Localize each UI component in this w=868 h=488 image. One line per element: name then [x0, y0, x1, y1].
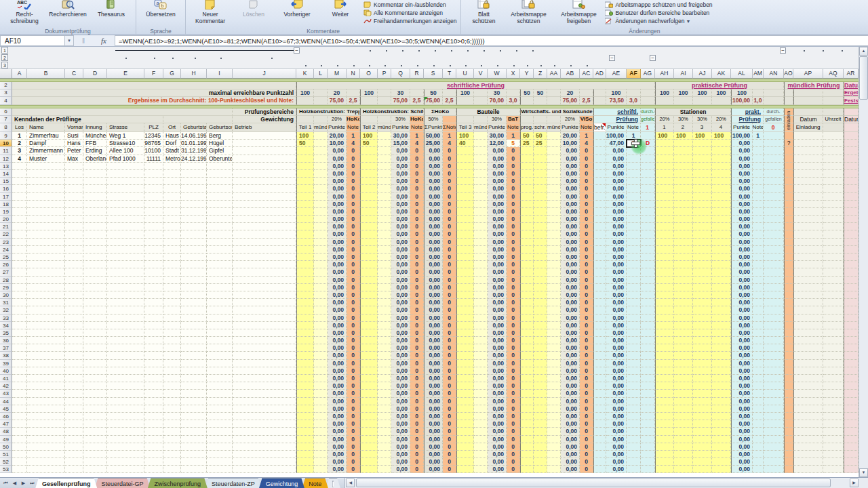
cell-AA39[interactable] [547, 360, 561, 367]
cell-X22[interactable]: 0 [507, 230, 520, 238]
cell-AL45[interactable]: 0,00 [731, 405, 753, 413]
cell-R42[interactable]: 0 [410, 382, 424, 390]
cell-M36[interactable]: 0,00 [328, 337, 347, 344]
cell-Q43[interactable]: 0,00 [391, 390, 410, 397]
cell-F8[interactable]: PLZ [144, 123, 163, 132]
cell-D13[interactable] [83, 163, 107, 170]
cell-E27[interactable] [107, 268, 144, 276]
cell-G18[interactable] [163, 201, 181, 208]
cell-AF31[interactable] [627, 299, 641, 306]
cell-C14[interactable] [65, 170, 83, 178]
cell-X28[interactable]: 0 [507, 277, 520, 284]
cell-AO13[interactable] [784, 163, 793, 170]
cell-H51[interactable] [181, 451, 207, 458]
cell-AH37[interactable] [655, 344, 674, 352]
cell-C27[interactable] [65, 268, 83, 276]
cell-L12[interactable] [314, 155, 328, 163]
cell-L40[interactable] [314, 367, 328, 375]
cell-AN29[interactable] [764, 284, 784, 291]
cell-H18[interactable] [181, 201, 207, 208]
cell-D44[interactable] [83, 398, 107, 405]
cell-AI4[interactable] [674, 97, 693, 105]
cell-T13[interactable]: 0 [443, 163, 456, 170]
cell-AQ27[interactable] [823, 268, 844, 276]
cell-A24[interactable] [12, 246, 27, 253]
cell-L53[interactable] [314, 466, 328, 473]
cell-AG9[interactable] [641, 132, 655, 140]
column-header-AK[interactable]: AK [712, 69, 731, 79]
cell-Y36[interactable] [520, 337, 534, 344]
cell-AC37[interactable]: 0 [580, 344, 593, 352]
cell-AP10[interactable] [793, 140, 823, 147]
cell-AI33[interactable] [674, 314, 693, 322]
cell-T17[interactable]: 0 [443, 193, 456, 201]
cell-J14[interactable] [233, 170, 296, 178]
cell-L24[interactable] [314, 246, 328, 253]
cell-AM31[interactable] [753, 299, 764, 306]
cell-J34[interactable] [233, 322, 296, 329]
cell-L27[interactable] [314, 268, 328, 276]
cell-R49[interactable]: 0 [410, 436, 424, 443]
cell-AC26[interactable]: 0 [580, 261, 593, 268]
cell-K24[interactable] [296, 246, 314, 253]
cell-X52[interactable]: 0 [507, 458, 520, 466]
cell-H20[interactable] [181, 216, 207, 223]
cell-B49[interactable] [27, 436, 65, 443]
cell-AP28[interactable] [793, 277, 823, 284]
cell-H47[interactable] [181, 420, 207, 428]
cell-AH27[interactable] [655, 268, 674, 276]
cell-H53[interactable] [181, 466, 207, 473]
cell-M12[interactable]: 0,00 [328, 155, 347, 163]
cell-B10[interactable]: Dampf [27, 140, 65, 147]
row-header-48[interactable]: 48 [0, 428, 12, 435]
cell-N19[interactable]: 0 [347, 208, 360, 216]
cell-B43[interactable] [27, 390, 65, 397]
cell-AA12[interactable] [547, 155, 561, 163]
cell-U31[interactable] [456, 299, 474, 306]
cell-AL3[interactable]: 100 [731, 89, 753, 97]
cell-W39[interactable]: 0,00 [488, 360, 507, 367]
cell-O13[interactable] [360, 163, 378, 170]
cell-AB14[interactable]: 0,00 [561, 170, 580, 178]
cell-N26[interactable]: 0 [347, 261, 360, 268]
cell-AQ37[interactable] [823, 344, 844, 352]
cell-AG45[interactable] [641, 405, 655, 413]
cell-AK13[interactable] [712, 163, 731, 170]
cell-AI53[interactable] [674, 466, 693, 473]
cell-K42[interactable] [296, 382, 314, 390]
research-button[interactable]: Recherchieren [46, 0, 90, 18]
cell-AL20[interactable]: 0,00 [731, 216, 753, 223]
row-header-36[interactable]: 36 [0, 337, 12, 344]
row-header-50[interactable]: 50 [0, 443, 12, 451]
cell-AR26[interactable] [844, 261, 859, 268]
cell-AB48[interactable]: 0,00 [561, 428, 580, 435]
cell-J13[interactable] [233, 163, 296, 170]
cell-D18[interactable] [83, 201, 107, 208]
cell-AJ26[interactable] [693, 261, 712, 268]
row-header-42[interactable]: 42 [0, 382, 12, 390]
cell-N22[interactable]: 0 [347, 230, 360, 238]
cell-J42[interactable] [233, 382, 296, 390]
cell-Y43[interactable] [520, 390, 534, 397]
cell-N18[interactable]: 0 [347, 201, 360, 208]
cell-B19[interactable] [27, 208, 65, 216]
cell-AL13[interactable]: 0,00 [731, 163, 753, 170]
cell-B25[interactable] [27, 253, 65, 261]
cell-L50[interactable] [314, 443, 328, 451]
cell-P22[interactable] [378, 230, 391, 238]
cell-F50[interactable] [144, 443, 163, 451]
cell-M41[interactable]: 0,00 [328, 375, 347, 382]
cell-AB18[interactable]: 0,00 [561, 201, 580, 208]
cell-P27[interactable] [378, 268, 391, 276]
cell-M22[interactable]: 0,00 [328, 230, 347, 238]
cell-Y16[interactable] [520, 185, 534, 192]
column-header-M[interactable]: M [328, 69, 347, 79]
cell-AO52[interactable] [784, 458, 793, 466]
cell-AB29[interactable]: 0,00 [561, 284, 580, 291]
cell-AQ7[interactable]: Uhrzeit [823, 116, 844, 123]
sheet-tab-0[interactable]: Gesellenprüfung [35, 478, 98, 488]
cell-AQ13[interactable] [823, 163, 844, 170]
cell-AI37[interactable] [674, 344, 693, 352]
cell-AR33[interactable] [844, 314, 859, 322]
cell-P28[interactable] [378, 277, 391, 284]
